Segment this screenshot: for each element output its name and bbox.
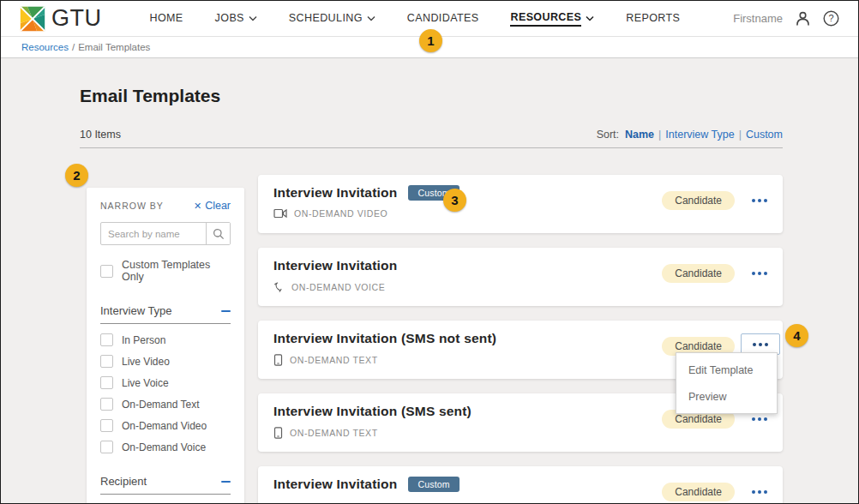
phone-handset-icon	[273, 281, 285, 292]
sort-controls: Sort: Name|Interview Type|Custom	[597, 129, 783, 141]
filter-option-on-demand-text[interactable]: On-Demand Text	[100, 398, 231, 411]
checkbox-label: In Person	[122, 334, 165, 346]
search-input[interactable]	[101, 223, 206, 244]
filter-custom-templates-only[interactable]: Custom Templates Only	[100, 259, 231, 283]
interview-type-label: ON-DEMAND VOICE	[291, 282, 385, 292]
filter-option-on-demand-voice[interactable]: On-Demand Voice	[100, 441, 231, 453]
nav-item-label: CANDIDATES	[407, 12, 479, 26]
nav-item-label: HOME	[150, 12, 183, 26]
clear-filters-button[interactable]: ✕ Clear	[194, 200, 231, 212]
narrow-by-label: NARROW BY	[100, 201, 164, 211]
page-title: Email Templates	[80, 86, 220, 106]
filter-option-on-demand-video[interactable]: On-Demand Video	[100, 419, 231, 432]
mobile-phone-icon	[273, 427, 283, 439]
nav-item-candidates[interactable]: CANDIDATES	[407, 12, 479, 26]
search-box	[100, 222, 231, 245]
nav-item-label: JOBS	[215, 12, 244, 26]
checkbox[interactable]	[100, 355, 113, 368]
help-icon[interactable]: ?	[823, 10, 839, 27]
clear-label: Clear	[205, 200, 231, 212]
section-header-interview-type[interactable]: Interview Type	[100, 304, 231, 324]
checkbox[interactable]	[100, 333, 113, 346]
callout-3: 3	[443, 189, 466, 212]
nav-item-label: SCHEDULING	[289, 12, 363, 26]
search-icon	[213, 228, 225, 240]
candidate-badge: Candidate	[662, 264, 735, 283]
chevron-down-icon	[249, 15, 257, 21]
filter-section-interview-type: Interview Type In Person Live Video Live…	[100, 304, 231, 453]
checkbox-label: Custom Templates Only	[122, 259, 231, 283]
filter-option-live-video[interactable]: Live Video	[100, 355, 231, 368]
minus-icon	[221, 481, 231, 483]
template-title: Interview Invitation	[273, 477, 397, 492]
template-card: Interview Invitation Custom ON-DEMAND VI…	[258, 175, 783, 233]
ellipsis-menu-button[interactable]	[747, 193, 772, 208]
sort-option-interview-type[interactable]: Interview Type	[665, 129, 734, 141]
section-title: Recipient	[100, 475, 147, 488]
svg-text:?: ?	[828, 13, 833, 23]
section-title: Interview Type	[100, 304, 172, 317]
menu-item-preview[interactable]: Preview	[676, 383, 777, 410]
nav-item-resources[interactable]: RESOURCES	[510, 11, 594, 27]
filter-option-live-voice[interactable]: Live Voice	[100, 376, 231, 389]
nav-item-home[interactable]: HOME	[150, 12, 183, 26]
template-title: Interview Invitation	[273, 185, 397, 201]
logo-text: GTU	[51, 7, 102, 30]
mobile-phone-icon	[273, 354, 283, 366]
template-title: Interview Invitation	[273, 258, 397, 273]
template-title: Interview Invitation (SMS not sent)	[273, 331, 496, 346]
checkbox[interactable]	[100, 441, 113, 453]
sort-label: Sort:	[597, 129, 619, 141]
checkbox-label: On-Demand Voice	[122, 441, 206, 453]
ellipsis-menu-button[interactable]	[747, 484, 772, 500]
filter-section-recipient: Recipient Candidate	[100, 475, 231, 504]
callout-4: 4	[785, 324, 808, 347]
list-meta-row: 10 Items Sort: Name|Interview Type|Custo…	[80, 129, 783, 141]
user-icon[interactable]	[795, 10, 811, 27]
breadcrumb-separator: /	[72, 42, 75, 52]
chevron-down-icon	[586, 15, 594, 21]
gtu-pinwheel-icon	[20, 6, 45, 32]
video-camera-icon	[273, 208, 287, 219]
checkbox-label: On-Demand Text	[122, 399, 200, 411]
top-nav-right: Firstname ?	[733, 10, 839, 27]
checkbox-label: Live Voice	[122, 377, 169, 389]
sort-option-custom[interactable]: Custom	[746, 129, 783, 141]
user-name: Firstname	[733, 12, 783, 25]
template-title: Interview Invitation (SMS sent)	[273, 404, 472, 419]
nav-item-label: REPORTS	[626, 12, 680, 26]
nav-item-reports[interactable]: REPORTS	[626, 12, 680, 26]
filter-option-in-person[interactable]: In Person	[100, 333, 231, 346]
interview-type-label: ON-DEMAND TEXT	[290, 428, 378, 438]
checkbox[interactable]	[100, 419, 113, 432]
ellipsis-menu-button[interactable]	[747, 266, 772, 281]
gtu-logo[interactable]: GTU	[20, 6, 102, 32]
chevron-down-icon	[367, 15, 375, 21]
menu-item-edit-template[interactable]: Edit Template	[676, 357, 777, 383]
template-card: Interview Invitation ON-DEMAND VOICE Can…	[258, 248, 783, 306]
interview-type-label: ON-DEMAND TEXT	[290, 355, 378, 365]
x-icon: ✕	[194, 201, 201, 211]
callout-2: 2	[65, 164, 88, 187]
nav-item-scheduling[interactable]: SCHEDULING	[289, 12, 375, 26]
card-context-menu: Edit Template Preview	[676, 352, 778, 414]
app-window: GTU HOME JOBS SCHEDULING CANDIDATES RESO…	[0, 0, 859, 504]
interview-type-label: ON-DEMAND VIDEO	[294, 208, 387, 219]
nav-item-label: RESOURCES	[510, 11, 581, 27]
candidate-badge: Candidate	[662, 191, 735, 210]
breadcrumb-link-resources[interactable]: Resources	[21, 42, 69, 52]
checkbox[interactable]	[100, 376, 113, 389]
search-button[interactable]	[206, 223, 230, 244]
callout-1: 1	[419, 29, 442, 52]
sort-separator: |	[658, 129, 661, 141]
checkbox-label: On-Demand Video	[122, 420, 207, 432]
section-header-recipient[interactable]: Recipient	[100, 475, 231, 495]
minus-icon	[221, 310, 231, 312]
candidate-badge: Candidate	[662, 483, 735, 501]
sort-option-name[interactable]: Name	[625, 129, 654, 141]
checkbox[interactable]	[100, 398, 113, 411]
nav-item-jobs[interactable]: JOBS	[215, 12, 257, 26]
header-divider	[80, 147, 783, 148]
checkbox[interactable]	[100, 265, 113, 278]
primary-nav: HOME JOBS SCHEDULING CANDIDATES RESOURCE…	[150, 11, 681, 27]
